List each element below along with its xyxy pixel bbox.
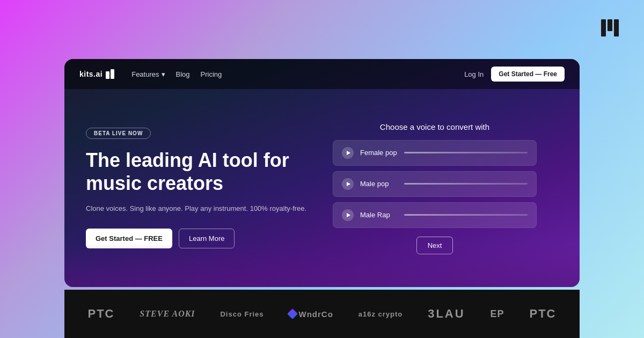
main-card: kits.ai Features ▾ Blog Pricing Log In G… [64, 59, 580, 287]
next-button[interactable]: Next [416, 237, 453, 254]
play-icon [347, 151, 350, 155]
nav-links: Features ▾ Blog Pricing [131, 70, 451, 78]
logo-wndrco: WndrCo [289, 310, 333, 319]
voice-name: Female pop [360, 149, 398, 157]
logo-disco: Disco Fries [220, 310, 264, 318]
hero-title: The leading AI tool for music creators [86, 149, 311, 195]
logo-steveaoki: STEVE AOKI [140, 309, 195, 319]
hero-section: BETA LIVE NOW The leading AI tool for mu… [64, 89, 580, 287]
chevron-icon: ▾ [162, 70, 165, 78]
nav-cta-button[interactable]: Get Started — Free [491, 67, 565, 82]
voice-item-female-pop[interactable]: Female pop [333, 140, 537, 166]
play-male-pop-button[interactable] [342, 178, 354, 190]
voice-name: Male pop [360, 180, 398, 188]
hero-buttons: Get Started — FREE Learn More [86, 229, 311, 248]
play-male-rap-button[interactable] [342, 209, 354, 221]
voice-waveform [404, 214, 528, 216]
svg-rect-2 [614, 19, 619, 36]
voice-waveform [404, 152, 528, 153]
wndr-text: WndrCo [298, 310, 333, 319]
logo-ep: EP [491, 308, 504, 320]
voice-name: Male Rap [360, 211, 398, 219]
logo-ptc-2: PTC [529, 307, 556, 321]
nav-logo-text: kits.ai [79, 70, 103, 78]
nav-login-button[interactable]: Log In [464, 70, 484, 78]
voice-list: Female pop Male pop Male Rap [333, 140, 537, 228]
voice-section-title: Choose a voice to convert with [333, 122, 537, 131]
logo-3lau: 3LAU [428, 307, 465, 321]
hero-subtitle: Clone voices. Sing like anyone. Play any… [86, 203, 311, 214]
play-female-pop-button[interactable] [342, 147, 354, 159]
nav-pricing[interactable]: Pricing [201, 70, 222, 78]
logos-bar: PTC STEVE AOKI Disco Fries WndrCo a16z c… [64, 290, 580, 338]
play-icon [347, 182, 350, 186]
wndr-diamond-icon [288, 308, 298, 319]
nav-features[interactable]: Features ▾ [131, 70, 165, 78]
nav-logo[interactable]: kits.ai [79, 69, 114, 79]
nav-actions: Log In Get Started — Free [464, 67, 565, 82]
beta-badge: BETA LIVE NOW [86, 128, 151, 139]
voice-waveform [404, 183, 528, 185]
play-icon [347, 213, 350, 217]
learn-more-button[interactable]: Learn More [179, 229, 235, 248]
nav-blog[interactable]: Blog [176, 70, 190, 78]
voice-item-male-rap[interactable]: Male Rap [333, 202, 537, 228]
svg-rect-0 [601, 19, 606, 36]
nav-logo-icon [106, 69, 114, 79]
top-right-logo [599, 16, 623, 42]
voice-item-male-pop[interactable]: Male pop [333, 171, 537, 197]
get-started-button[interactable]: Get Started — FREE [86, 229, 172, 248]
hero-left: BETA LIVE NOW The leading AI tool for mu… [86, 105, 311, 271]
hero-right: Choose a voice to convert with Female po… [333, 105, 537, 271]
logo-ptc-1: PTC [87, 307, 114, 321]
navbar: kits.ai Features ▾ Blog Pricing Log In G… [64, 59, 580, 89]
logo-a16z: a16z crypto [358, 310, 403, 318]
svg-rect-1 [608, 19, 612, 31]
